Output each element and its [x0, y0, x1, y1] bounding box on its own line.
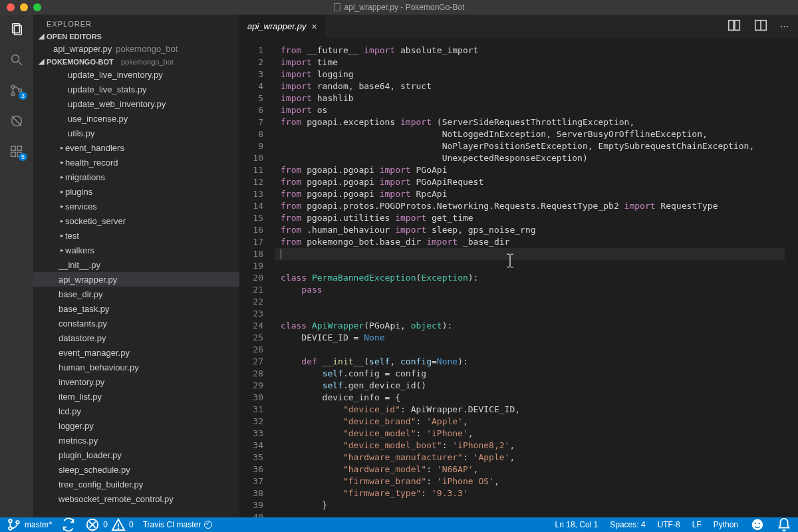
tree-file[interactable]: human_behaviour.py: [33, 360, 239, 374]
code-line[interactable]: UnexpectedResponseException): [275, 152, 785, 164]
code-line[interactable]: from .human_behaviour import sleep, gps_…: [275, 224, 785, 236]
code-line[interactable]: self.config = config: [275, 368, 785, 380]
tree-file[interactable]: datastore.py: [33, 331, 239, 345]
code-line[interactable]: NoPlayerPositionSetException, EmptySubre…: [275, 140, 785, 152]
tree-file[interactable]: event_manager.py: [33, 345, 239, 360]
tree-folder[interactable]: ▸ event_handlers: [33, 140, 239, 155]
code-line[interactable]: "hardware_model": 'N66AP',: [275, 464, 785, 475]
tree-file[interactable]: websocket_remote_control.py: [33, 491, 239, 506]
encoding[interactable]: UTF-8: [658, 520, 680, 529]
git-branch[interactable]: master*: [7, 517, 52, 532]
tree-file[interactable]: lcd.py: [33, 404, 239, 418]
tree-file[interactable]: update_web_inventory.py: [33, 96, 239, 111]
sync-icon[interactable]: [61, 517, 76, 532]
code-line[interactable]: pass: [275, 284, 785, 296]
tree-file[interactable]: base_dir.py: [33, 287, 239, 301]
code-line[interactable]: [275, 511, 785, 517]
code-line[interactable]: NotLoggedInException, ServerBusyOrOfflin…: [275, 128, 785, 140]
code-line[interactable]: "device_brand": 'Apple',: [275, 416, 785, 428]
tree-file[interactable]: constants.py: [33, 316, 239, 331]
code-line[interactable]: from pgoapi.pgoapi import PGoApi: [275, 164, 785, 176]
code-line[interactable]: import time: [275, 57, 785, 68]
tree-folder[interactable]: ▸ walkers: [33, 243, 239, 257]
sidebar: EXPLORER ◢OPEN EDITORS api_wrapper.pypok…: [33, 15, 239, 517]
code-line[interactable]: "device_model": 'iPhone',: [275, 428, 785, 440]
split-compare-icon[interactable]: [727, 18, 741, 35]
tree-file[interactable]: __init__.py: [33, 257, 239, 272]
notifications-icon[interactable]: [777, 517, 791, 532]
code-line[interactable]: from pgoapi.pgoapi import RpcApi: [275, 188, 785, 200]
code-line[interactable]: DEVICE_ID = None: [275, 332, 785, 344]
indentation[interactable]: Spaces: 4: [610, 520, 645, 529]
eol[interactable]: LF: [692, 520, 702, 529]
code-line[interactable]: from pgoapi.utilities import get_time: [275, 212, 785, 224]
code-line[interactable]: device_info = {: [275, 392, 785, 404]
tree-file[interactable]: sleep_schedule.py: [33, 462, 239, 477]
code-line[interactable]: [275, 308, 785, 320]
tree-file[interactable]: metrics.py: [33, 433, 239, 448]
code-line[interactable]: [275, 296, 785, 308]
tree-file[interactable]: base_task.py: [33, 301, 239, 316]
open-editor-item[interactable]: api_wrapper.pypokemongo_bot: [33, 42, 239, 56]
code-line[interactable]: [275, 344, 785, 356]
code-line[interactable]: from pgoapi.exceptions import (ServerSid…: [275, 116, 785, 128]
tree-file[interactable]: use_incense.py: [33, 111, 239, 126]
explorer-icon[interactable]: [9, 21, 25, 37]
project-header[interactable]: ◢POKEMONGO-BOT pokemongo_bot: [33, 56, 239, 67]
code-line[interactable]: "hardware_manufacturer": 'Apple',: [275, 452, 785, 464]
tree-file[interactable]: api_wrapper.py: [33, 272, 239, 287]
code-line[interactable]: "device_model_boot": 'iPhone8,2',: [275, 440, 785, 452]
split-editor-icon[interactable]: [753, 18, 768, 35]
svg-rect-12: [17, 146, 21, 150]
cursor-position[interactable]: Ln 18, Col 1: [555, 520, 598, 529]
search-icon[interactable]: [9, 52, 25, 68]
code-line[interactable]: class ApiWrapper(PGoApi, object):: [275, 320, 785, 332]
code-line[interactable]: from pgoapi.protos.POGOProtos.Networking…: [275, 200, 785, 212]
tree-folder[interactable]: ▸ services: [33, 199, 239, 213]
feedback-icon[interactable]: [750, 517, 765, 532]
chevron-right-icon: ▸: [59, 144, 65, 151]
ci-status[interactable]: Travis CI master: [143, 520, 213, 529]
code-line[interactable]: [275, 260, 785, 272]
tab-api-wrapper[interactable]: api_wrapper.py ×: [239, 15, 326, 38]
tree-file[interactable]: plugin_loader.py: [33, 448, 239, 462]
code-line[interactable]: "firmware_brand": 'iPhone OS',: [275, 475, 785, 487]
tree-folder[interactable]: ▸ health_record: [33, 155, 239, 170]
scm-icon[interactable]: 3: [9, 82, 25, 98]
tree-file[interactable]: update_live_stats.py: [33, 82, 239, 96]
chevron-right-icon: ▸: [59, 203, 65, 209]
tree-file[interactable]: tree_config_builder.py: [33, 477, 239, 491]
tree-file[interactable]: item_list.py: [33, 389, 239, 404]
code-line[interactable]: import random, base64, struct: [275, 80, 785, 92]
code-line[interactable]: from pgoapi.pgoapi import PGoApiRequest: [275, 176, 785, 188]
code-line[interactable]: import logging: [275, 68, 785, 80]
more-icon[interactable]: ⋯: [780, 21, 789, 31]
code-line[interactable]: import hashlib: [275, 92, 785, 104]
language-mode[interactable]: Python: [714, 520, 738, 529]
minimap[interactable]: [785, 38, 798, 517]
code-line[interactable]: "firmware_type": '9.3.3': [275, 487, 785, 499]
code-line[interactable]: "device_id": ApiWrapper.DEVICE_ID,: [275, 404, 785, 416]
tree-folder[interactable]: ▸ migrations: [33, 170, 239, 184]
close-icon[interactable]: ×: [311, 21, 317, 32]
tree-file[interactable]: update_live_inventory.py: [33, 67, 239, 82]
code-line[interactable]: class PermaBannedException(Exception):: [275, 272, 785, 284]
tree-file[interactable]: inventory.py: [33, 374, 239, 389]
code-line[interactable]: import os: [275, 104, 785, 116]
code-line[interactable]: }: [275, 499, 785, 511]
errors-warnings[interactable]: 0 0: [85, 517, 133, 532]
code-line[interactable]: [275, 248, 785, 260]
code-line[interactable]: from pokemongo_bot.base_dir import _base…: [275, 236, 785, 248]
tree-folder[interactable]: ▸ socketio_server: [33, 213, 239, 228]
extensions-icon[interactable]: 5: [9, 144, 25, 160]
debug-icon[interactable]: [9, 113, 25, 129]
tree-folder[interactable]: ▸ test: [33, 228, 239, 243]
code-line[interactable]: from __future__ import absolute_import: [275, 45, 785, 57]
code-line[interactable]: self.gen_device_id(): [275, 380, 785, 392]
code-editor[interactable]: 1234567891011121314151617181920212223242…: [239, 38, 798, 517]
tree-file[interactable]: utils.py: [33, 126, 239, 140]
tree-folder[interactable]: ▸ plugins: [33, 184, 239, 199]
tree-file[interactable]: logger.py: [33, 418, 239, 433]
open-editors-header[interactable]: ◢OPEN EDITORS: [33, 31, 239, 42]
code-line[interactable]: def __init__(self, config=None):: [275, 356, 785, 368]
